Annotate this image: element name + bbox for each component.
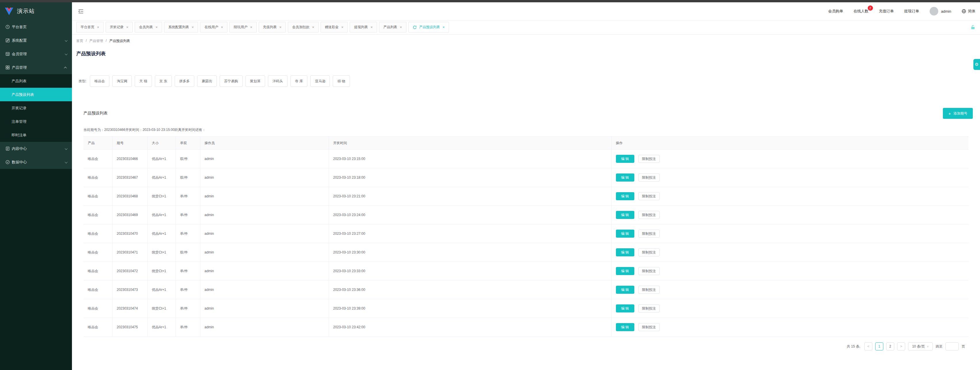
edit-button[interactable]: 编 辑 — [616, 173, 634, 181]
edit-button[interactable]: 编 辑 — [616, 192, 634, 200]
close-icon[interactable]: × — [312, 25, 314, 29]
sidebar-subitem-draw-records[interactable]: 开奖记录 — [0, 101, 72, 115]
filter-option-button[interactable]: 蘑菇街 — [197, 75, 217, 87]
tab-item[interactable]: 陪玩用户× — [229, 22, 257, 32]
pagination-next-button[interactable]: > — [897, 342, 905, 351]
sidebar-subitem-bet-manage[interactable]: 注单管理 — [0, 115, 72, 128]
breadcrumb-product-manage[interactable]: 产品管理 — [89, 38, 103, 43]
page-size-select[interactable]: 10 条/页 ∨ — [908, 342, 933, 351]
header-link[interactable]: 在线人数2 — [854, 9, 869, 14]
close-icon[interactable]: × — [192, 25, 194, 29]
limit-bet-button[interactable]: 限制投注 — [638, 173, 660, 181]
close-icon[interactable]: × — [400, 25, 402, 29]
close-icon[interactable]: × — [221, 25, 223, 29]
limit-bet-button[interactable]: 限制投注 — [638, 267, 660, 275]
filter-option-button[interactable]: 淘宝网 — [112, 75, 132, 87]
header-link[interactable]: 会员购单 — [828, 9, 843, 14]
edit-button[interactable]: 编 辑 — [616, 248, 634, 256]
sidebar-submenu: 产品列表产品预设列表开奖记录注单管理即时注单 — [0, 74, 72, 142]
edit-button[interactable]: 编 辑 — [616, 230, 634, 238]
sidebar-item-data-center[interactable]: 数据中心 — [0, 156, 72, 169]
cell-product: 唯品会 — [83, 318, 112, 337]
edit-button[interactable]: 编 辑 — [616, 286, 634, 294]
cell-operator: admin — [200, 243, 329, 262]
tab-item[interactable]: 提现列表× — [350, 22, 377, 32]
sidebar-item-system-config[interactable]: 系统配置 — [0, 34, 72, 47]
close-icon[interactable]: × — [250, 25, 252, 29]
tab-item[interactable]: 充值列表× — [259, 22, 286, 32]
edit-button[interactable]: 编 辑 — [616, 304, 634, 313]
limit-bet-button[interactable]: 限制投注 — [638, 248, 660, 256]
gear-icon: ⚙ — [975, 62, 978, 67]
sidebar-item-home[interactable]: 平台首页 — [0, 20, 72, 34]
filter-option-button[interactable]: 洋码头 — [268, 75, 288, 87]
table-icon — [5, 52, 10, 56]
column-header: 产品 — [83, 137, 112, 149]
edit-button[interactable]: 编 辑 — [616, 211, 634, 219]
sidebar-item-product-manage[interactable]: 产品管理 — [0, 61, 72, 74]
sidebar-item-member-manage[interactable]: 会员管理 — [0, 47, 72, 61]
filter-option-button[interactable]: 拼多多 — [175, 75, 194, 87]
cell-issue: 20230310469 — [112, 206, 147, 224]
add-issue-button[interactable]: + 添加期号 — [943, 108, 973, 119]
close-icon[interactable]: × — [156, 25, 158, 29]
user-menu[interactable]: admin — [930, 7, 951, 16]
edit-button[interactable]: 编 辑 — [616, 155, 634, 163]
filter-option-button[interactable]: 聚划算 — [245, 75, 265, 87]
collapse-sidebar-icon[interactable] — [78, 9, 83, 14]
limit-bet-button[interactable]: 限制投注 — [638, 230, 660, 238]
language-switcher[interactable]: 简体 — [962, 9, 975, 14]
close-icon[interactable]: × — [126, 25, 129, 29]
sidebar-subitem-product-preset-list[interactable]: 产品预设列表 — [0, 88, 72, 101]
filter-option-button[interactable]: 苏宁易购 — [220, 75, 243, 87]
unlock-icon[interactable] — [970, 25, 975, 30]
filter-option-button[interactable]: 京 东 — [155, 75, 172, 87]
tab-item[interactable]: 会员列表× — [135, 22, 162, 32]
tab-item[interactable]: 会员加扣款× — [288, 22, 318, 32]
sidebar-subitem-live-bets[interactable]: 即时注单 — [0, 128, 72, 142]
header-link[interactable]: 充值订单 — [879, 9, 894, 14]
cell-actions: 编 辑限制投注 — [611, 262, 969, 281]
logo[interactable]: 演示站 — [0, 2, 72, 20]
filter-option-button[interactable]: 得 物 — [333, 75, 350, 87]
close-icon[interactable]: × — [371, 25, 373, 29]
pagination-page-button[interactable]: 2 — [886, 342, 894, 351]
pagination-page-button[interactable]: 1 — [875, 342, 883, 351]
filter-option-button[interactable]: 亚马逊 — [310, 75, 330, 87]
tab-item[interactable]: 产品预设列表× — [409, 22, 449, 32]
close-icon[interactable]: × — [341, 25, 344, 29]
settings-panel-trigger[interactable]: ⚙ — [974, 59, 980, 70]
filter-option-button[interactable]: 唯品会 — [90, 75, 109, 87]
limit-bet-button[interactable]: 限制投注 — [638, 304, 660, 313]
close-icon[interactable]: × — [280, 25, 282, 29]
table-row: 唯品会20230310466优品Ar+1双/件admin2023-03-10 2… — [83, 149, 969, 168]
jump-page-input[interactable] — [945, 342, 959, 351]
header-link[interactable]: 提现订单 — [904, 9, 919, 14]
limit-bet-button[interactable]: 限制投注 — [638, 155, 660, 163]
edit-button[interactable]: 编 辑 — [616, 323, 634, 331]
pagination-prev-button[interactable]: < — [864, 342, 872, 351]
tab-item[interactable]: 系统配置列表× — [164, 22, 198, 32]
breadcrumb-home[interactable]: 首页 — [76, 38, 83, 43]
sidebar-subitem-product-list[interactable]: 产品列表 — [0, 74, 72, 88]
filter-option-button[interactable]: 天 猫 — [135, 75, 152, 87]
sidebar-item-content-center[interactable]: 内容中心 — [0, 142, 72, 156]
tab-item[interactable]: 在线用户× — [200, 22, 228, 32]
filter-option-button[interactable]: 寺 库 — [290, 75, 307, 87]
cell-operator: admin — [200, 168, 329, 187]
language-label: 简体 — [968, 9, 975, 14]
close-icon[interactable]: × — [97, 25, 99, 29]
edit-button[interactable]: 编 辑 — [616, 267, 634, 275]
grid-icon — [5, 65, 10, 70]
tab-item[interactable]: 开奖记录× — [106, 22, 133, 32]
table-row: 唯品会20230310474统货Ct+1单/件admin2023-03-10 2… — [83, 299, 969, 318]
tab-item[interactable]: 平台首页× — [76, 22, 103, 32]
limit-bet-button[interactable]: 限制投注 — [638, 286, 660, 294]
limit-bet-button[interactable]: 限制投注 — [638, 192, 660, 200]
tab-item[interactable]: 产品列表× — [379, 22, 406, 32]
close-icon[interactable]: × — [443, 25, 445, 29]
limit-bet-button[interactable]: 限制投注 — [638, 211, 660, 219]
limit-bet-button[interactable]: 限制投注 — [638, 323, 660, 331]
cell-size: 统货Ct+1 — [147, 187, 175, 206]
tab-item[interactable]: 赠送彩金× — [321, 22, 348, 32]
